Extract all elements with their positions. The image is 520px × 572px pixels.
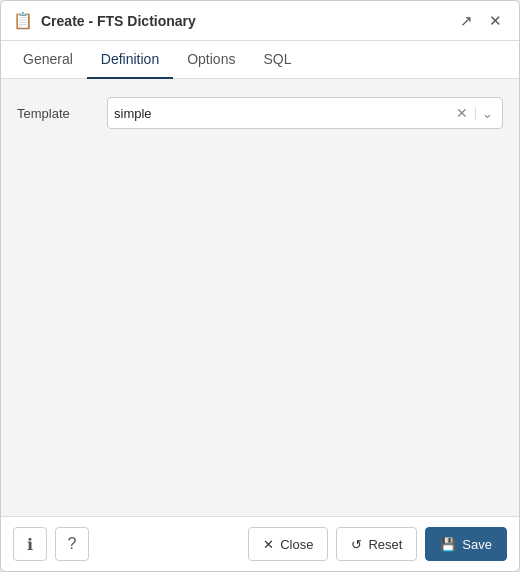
title-bar-controls: ↗ ✕ (455, 11, 507, 30)
title-bar: 📋 Create - FTS Dictionary ↗ ✕ (1, 1, 519, 41)
tab-content: Template simple ✕ ⌄ (1, 79, 519, 516)
footer-right-buttons: ✕ Close ↺ Reset 💾 Save (248, 527, 507, 561)
help-button[interactable]: ? (55, 527, 89, 561)
template-label: Template (17, 106, 107, 121)
tab-definition[interactable]: Definition (87, 41, 173, 79)
close-label: Close (280, 537, 313, 552)
tab-sql[interactable]: SQL (249, 41, 305, 79)
dialog-close-button[interactable]: ✕ (484, 11, 507, 30)
expand-button[interactable]: ↗ (455, 11, 478, 30)
info-button[interactable]: ℹ (13, 527, 47, 561)
template-row: Template simple ✕ ⌄ (17, 97, 503, 129)
tab-general[interactable]: General (9, 41, 87, 79)
create-fts-dictionary-dialog: 📋 Create - FTS Dictionary ↗ ✕ General De… (0, 0, 520, 572)
reset-icon: ↺ (351, 537, 362, 552)
dialog-icon: 📋 (13, 11, 33, 30)
tab-options[interactable]: Options (173, 41, 249, 79)
tabs-bar: General Definition Options SQL (1, 41, 519, 79)
dialog-title: Create - FTS Dictionary (41, 13, 455, 29)
footer: ℹ ? ✕ Close ↺ Reset 💾 Save (1, 516, 519, 571)
reset-label: Reset (368, 537, 402, 552)
save-button[interactable]: 💾 Save (425, 527, 507, 561)
template-input-wrapper[interactable]: simple ✕ ⌄ (107, 97, 503, 129)
close-button[interactable]: ✕ Close (248, 527, 328, 561)
reset-button[interactable]: ↺ Reset (336, 527, 417, 561)
close-icon: ✕ (263, 537, 274, 552)
template-dropdown-button[interactable]: ⌄ (475, 107, 496, 120)
template-clear-button[interactable]: ✕ (453, 106, 471, 120)
template-value: simple (114, 106, 453, 121)
save-icon: 💾 (440, 537, 456, 552)
footer-left-buttons: ℹ ? (13, 527, 89, 561)
save-label: Save (462, 537, 492, 552)
